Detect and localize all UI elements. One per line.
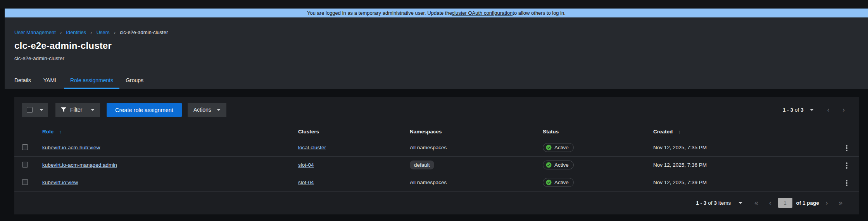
check-circle-icon <box>546 162 552 168</box>
chevron-right-icon: › <box>60 29 62 35</box>
filter-dropdown[interactable]: Filter <box>55 103 100 117</box>
breadcrumb-users[interactable]: Users <box>97 29 110 35</box>
table-row: kubevirt.io-acm-hub:view local-cluster A… <box>14 139 859 156</box>
of-page-label: of 1 page <box>796 200 819 206</box>
select-all-column <box>14 125 35 139</box>
create-role-assignment-button[interactable]: Create role assignment <box>107 103 182 117</box>
previous-page-button[interactable]: ‹ <box>766 199 774 207</box>
page-header: User Management › Identities › Users › c… <box>5 17 868 89</box>
column-header-status: Status <box>535 125 645 139</box>
pagination-items-label: items <box>718 200 731 206</box>
banner-text: You are logged in as a temporary adminis… <box>307 10 452 16</box>
row-actions-column <box>834 125 859 139</box>
row-checkbox[interactable] <box>22 162 28 167</box>
pagination-bottom: 1 - 3 of 3 items « ‹ of 1 page › » <box>14 192 859 215</box>
page-subtitle: clc-e2e-admin-cluster <box>14 55 868 61</box>
breadcrumb-user-management[interactable]: User Management <box>14 29 56 35</box>
next-page-button[interactable]: › <box>823 199 831 207</box>
kebab-menu-button[interactable] <box>844 143 850 154</box>
page-title: clc-e2e-admin-cluster <box>14 40 868 51</box>
actions-label: Actions <box>193 107 211 113</box>
created-value: Nov 12, 2025, 7:35 PM <box>653 145 707 150</box>
created-value: Nov 12, 2025, 7:36 PM <box>653 162 707 168</box>
filter-label: Filter <box>70 107 82 113</box>
breadcrumb: User Management › Identities › Users › c… <box>14 17 868 35</box>
breadcrumb-identities[interactable]: Identities <box>66 29 86 35</box>
row-checkbox[interactable] <box>22 144 28 150</box>
role-link[interactable]: kubevirt.io-acm-managed:admin <box>42 162 117 168</box>
role-assignments-table: Role↑ Clusters Namespaces Status Created… <box>14 125 859 192</box>
bulk-select-dropdown[interactable] <box>22 103 48 117</box>
table-header-row: Role↑ Clusters Namespaces Status Created… <box>14 125 859 139</box>
pagination-of-label: of <box>795 107 799 113</box>
banner-text-suffix: to allow others to log in. <box>513 10 566 16</box>
current-page-input[interactable] <box>778 198 792 208</box>
created-value: Nov 12, 2025, 7:39 PM <box>653 180 707 185</box>
chevron-right-icon: › <box>114 29 116 35</box>
bulk-select-checkbox[interactable] <box>27 107 33 113</box>
cluster-link[interactable]: local-cluster <box>298 145 326 150</box>
row-checkbox[interactable] <box>22 179 28 185</box>
chevron-down-icon[interactable] <box>810 109 814 111</box>
breadcrumb-current: clc-e2e-admin-cluster <box>120 29 168 35</box>
filter-icon <box>61 107 66 112</box>
masthead-strip <box>0 0 868 9</box>
temporary-user-banner: You are logged in as a temporary adminis… <box>5 9 868 17</box>
table-row: kubevirt.io:view slot-04 All namespaces … <box>14 174 859 191</box>
cluster-link[interactable]: slot-04 <box>298 180 314 185</box>
role-assignments-card: Filter Create role assignment Actions 1 … <box>14 97 859 214</box>
last-page-button[interactable]: » <box>836 199 845 207</box>
check-circle-icon <box>546 180 552 185</box>
pagination-total: 3 <box>714 200 717 206</box>
content-well: Filter Create role assignment Actions 1 … <box>5 97 868 214</box>
chevron-down-icon <box>91 109 95 111</box>
tab-details[interactable]: Details <box>8 74 37 89</box>
actions-dropdown[interactable]: Actions <box>188 103 226 117</box>
pagination-of-label: of <box>708 200 712 206</box>
chevron-right-icon: › <box>90 29 92 35</box>
chevron-down-icon[interactable] <box>739 202 742 204</box>
cluster-oauth-config-link[interactable]: cluster OAuth configuration <box>452 10 513 16</box>
tab-yaml[interactable]: YAML <box>37 74 64 89</box>
status-badge: Active <box>543 178 574 187</box>
kebab-menu-button[interactable] <box>844 160 850 171</box>
pagination-top: 1 - 3 of 3 ‹ › <box>783 106 847 114</box>
namespaces-value: All namespaces <box>410 180 447 185</box>
role-link[interactable]: kubevirt.io:view <box>42 180 78 185</box>
first-page-button[interactable]: « <box>752 199 761 207</box>
namespace-badge: default <box>410 161 434 169</box>
tab-groups[interactable]: Groups <box>119 74 150 89</box>
tab-role-assignments[interactable]: Role assignments <box>64 74 119 89</box>
column-header-clusters: Clusters <box>290 125 402 139</box>
column-header-namespaces: Namespaces <box>402 125 535 139</box>
cluster-link[interactable]: slot-04 <box>298 162 314 168</box>
tabs: Details YAML Role assignments Groups <box>8 74 150 89</box>
previous-page-button[interactable]: ‹ <box>825 106 832 114</box>
kebab-menu-button[interactable] <box>844 178 850 188</box>
column-header-role[interactable]: Role↑ <box>35 125 290 139</box>
status-badge: Active <box>543 161 574 169</box>
sort-ascending-icon: ↑ <box>59 129 62 135</box>
column-header-created[interactable]: Created↕ <box>645 125 834 139</box>
pagination-range: 1 - 3 <box>783 107 793 113</box>
chevron-down-icon <box>217 109 221 111</box>
status-badge: Active <box>543 143 574 152</box>
table-row: kubevirt.io-acm-managed:admin slot-04 de… <box>14 156 859 174</box>
check-circle-icon <box>546 145 552 150</box>
next-page-button[interactable]: › <box>840 106 847 114</box>
pagination-total: 3 <box>801 107 804 113</box>
chevron-down-icon <box>40 109 43 111</box>
sort-icon: ↕ <box>678 129 681 135</box>
role-link[interactable]: kubevirt.io-acm-hub:view <box>42 145 100 150</box>
namespaces-value: All namespaces <box>410 145 447 150</box>
table-toolbar: Filter Create role assignment Actions 1 … <box>14 97 859 117</box>
pagination-range: 1 - 3 <box>696 200 706 206</box>
